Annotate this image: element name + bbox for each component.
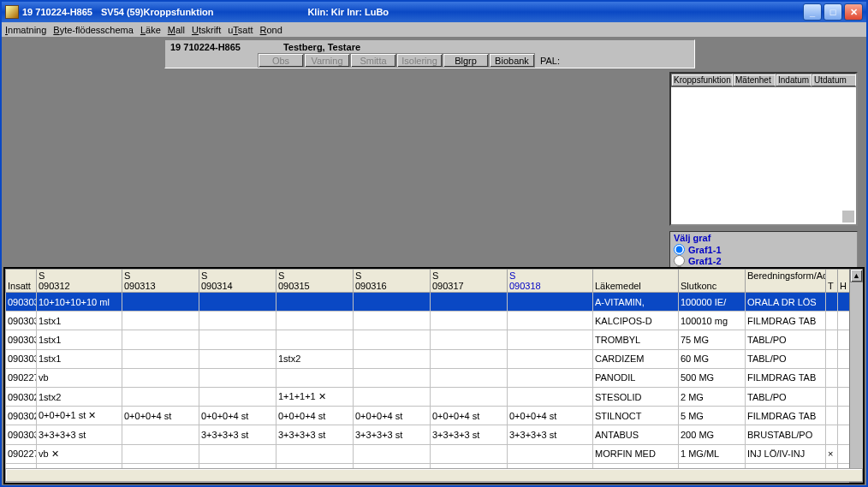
table-cell[interactable]: 1stx2 bbox=[37, 387, 122, 406]
table-cell[interactable] bbox=[122, 387, 199, 406]
table-cell[interactable] bbox=[826, 425, 838, 444]
table-cell[interactable]: 10+10+10+10 ml bbox=[37, 293, 122, 312]
table-cell[interactable]: 5 MG bbox=[679, 407, 746, 425]
table-cell[interactable] bbox=[122, 444, 199, 463]
menu-inmatning[interactable]: Inmatning bbox=[5, 25, 46, 35]
table-cell[interactable] bbox=[122, 293, 199, 312]
table-cell[interactable] bbox=[276, 444, 354, 463]
col-090315[interactable]: S090315 bbox=[276, 270, 354, 293]
table-cell[interactable]: 0+0+0+4 st bbox=[508, 407, 593, 425]
table-cell[interactable] bbox=[122, 312, 199, 330]
table-cell[interactable] bbox=[838, 407, 850, 425]
table-cell[interactable] bbox=[199, 368, 276, 387]
table-cell[interactable] bbox=[199, 387, 276, 406]
table-cell[interactable]: 090303 bbox=[6, 425, 37, 444]
biobank-button[interactable]: Biobank bbox=[489, 53, 535, 68]
table-cell[interactable] bbox=[276, 312, 354, 330]
table-cell[interactable]: TABL/PO bbox=[746, 349, 826, 368]
table-row[interactable]: 0903031stx1KALCIPOS-D100010 mgFILMDRAG T… bbox=[6, 312, 850, 330]
table-cell[interactable] bbox=[431, 349, 508, 368]
table-cell[interactable]: STESOLID bbox=[593, 387, 679, 406]
table-cell[interactable]: 100010 mg bbox=[679, 312, 746, 330]
table-cell[interactable]: 3+3+3+3 st bbox=[199, 425, 276, 444]
table-cell[interactable]: TABL/PO bbox=[746, 387, 826, 406]
table-cell[interactable]: TROMBYL bbox=[593, 330, 679, 349]
table-cell[interactable] bbox=[826, 293, 838, 312]
table-cell[interactable] bbox=[354, 387, 431, 406]
table-cell[interactable] bbox=[122, 349, 199, 368]
col-090318[interactable]: S090318 bbox=[508, 270, 593, 293]
table-cell[interactable]: 0+0+0+4 st bbox=[199, 407, 276, 425]
kropps-header-matenhet[interactable]: Mätenhet bbox=[733, 74, 776, 86]
table-cell[interactable]: 1+1+1+1 ✕ bbox=[276, 387, 354, 406]
radio-graf1-2-input[interactable] bbox=[674, 255, 685, 266]
table-cell[interactable] bbox=[276, 293, 354, 312]
obs-button[interactable]: Obs bbox=[258, 53, 304, 68]
menu-lake[interactable]: Läke bbox=[140, 25, 161, 35]
table-cell[interactable]: 100000 IE/ bbox=[679, 293, 746, 312]
table-cell[interactable] bbox=[838, 444, 850, 463]
table-cell[interactable]: 75 MG bbox=[679, 330, 746, 349]
table-cell[interactable] bbox=[838, 425, 850, 444]
radio-graf1-1[interactable]: Graf1-1 bbox=[674, 244, 853, 255]
table-cell[interactable]: 3+3+3+3 st bbox=[508, 425, 593, 444]
table-cell[interactable]: A-VITAMIN, bbox=[593, 293, 679, 312]
scroll-up-button[interactable]: ▲ bbox=[850, 269, 863, 282]
table-cell[interactable]: 0+0+0+1 st ✕ bbox=[37, 407, 122, 425]
table-cell[interactable] bbox=[838, 330, 850, 349]
isolering-button[interactable]: Isolering bbox=[396, 53, 443, 68]
table-cell[interactable] bbox=[122, 368, 199, 387]
radio-graf1-2[interactable]: Graf1-2 bbox=[674, 255, 853, 266]
table-cell[interactable] bbox=[838, 312, 850, 330]
table-cell[interactable]: 3+3+3+3 st bbox=[276, 425, 354, 444]
menu-utskrift[interactable]: Utskrift bbox=[192, 25, 221, 35]
table-cell[interactable]: 090303 bbox=[6, 293, 37, 312]
table-row[interactable]: 0903020+0+0+1 st ✕0+0+0+4 st0+0+0+4 st0+… bbox=[6, 407, 850, 425]
col-lakemedel[interactable]: Läkemedel bbox=[593, 270, 679, 293]
menu-rond[interactable]: Rond bbox=[260, 25, 282, 35]
table-cell[interactable] bbox=[199, 312, 276, 330]
table-cell[interactable]: INJ LÖ/IV-INJ bbox=[746, 444, 826, 463]
table-cell[interactable] bbox=[431, 330, 508, 349]
table-cell[interactable]: 090302 bbox=[6, 387, 37, 406]
minimize-button[interactable]: _ bbox=[803, 3, 822, 21]
table-cell[interactable] bbox=[826, 330, 838, 349]
table-cell[interactable]: 3+3+3+3 st bbox=[354, 425, 431, 444]
table-row[interactable]: 090227vb ✕MORFIN MED1 MG/MLINJ LÖ/IV-INJ… bbox=[6, 444, 850, 463]
col-090317[interactable]: S090317 bbox=[431, 270, 508, 293]
table-cell[interactable] bbox=[431, 444, 508, 463]
table-row[interactable]: 0903021stx21+1+1+1 ✕STESOLID2 MGTABL/PO bbox=[6, 387, 850, 406]
table-cell[interactable]: 2 MG bbox=[679, 387, 746, 406]
table-cell[interactable] bbox=[838, 387, 850, 406]
table-row[interactable]: 09030310+10+10+10 mlA-VITAMIN,100000 IE/… bbox=[6, 293, 850, 312]
table-cell[interactable]: × bbox=[826, 444, 838, 463]
table-cell[interactable]: 090302 bbox=[6, 407, 37, 425]
table-cell[interactable]: CARDIZEM bbox=[593, 349, 679, 368]
table-cell[interactable]: KALCIPOS-D bbox=[593, 312, 679, 330]
table-cell[interactable]: FILMDRAG TAB bbox=[746, 312, 826, 330]
table-cell[interactable]: MORFIN MED bbox=[593, 444, 679, 463]
table-cell[interactable]: BRUSTABL/PO bbox=[746, 425, 826, 444]
col-insatt[interactable]: Insatt bbox=[6, 270, 37, 293]
table-cell[interactable] bbox=[354, 293, 431, 312]
col-h[interactable]: H bbox=[838, 270, 850, 293]
col-t[interactable]: T bbox=[826, 270, 838, 293]
maximize-button[interactable]: □ bbox=[823, 3, 842, 21]
table-cell[interactable] bbox=[354, 444, 431, 463]
table-cell[interactable] bbox=[508, 330, 593, 349]
table-cell[interactable] bbox=[122, 425, 199, 444]
col-beredningsform[interactable]: Beredningsform/Adm bbox=[746, 270, 826, 293]
table-cell[interactable]: 500 MG bbox=[679, 368, 746, 387]
radio-graf1-1-input[interactable] bbox=[674, 244, 685, 255]
table-cell[interactable] bbox=[826, 312, 838, 330]
close-button[interactable]: ✕ bbox=[844, 3, 863, 21]
varning-button[interactable]: Varning bbox=[304, 53, 350, 68]
table-cell[interactable] bbox=[354, 349, 431, 368]
table-cell[interactable] bbox=[826, 407, 838, 425]
table-cell[interactable]: 200 MG bbox=[679, 425, 746, 444]
table-cell[interactable]: 0+0+0+4 st bbox=[431, 407, 508, 425]
table-cell[interactable]: 1stx2 bbox=[276, 349, 354, 368]
table-cell[interactable]: 090227 bbox=[6, 444, 37, 463]
table-cell[interactable]: 60 MG bbox=[679, 349, 746, 368]
table-cell[interactable] bbox=[838, 293, 850, 312]
